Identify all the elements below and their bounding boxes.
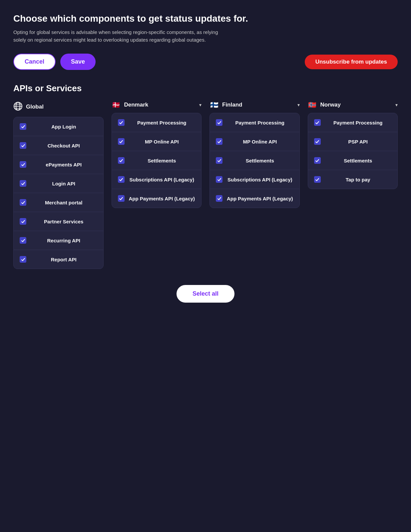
checkbox[interactable]: [216, 138, 222, 145]
item-label: Recurring API: [30, 238, 97, 243]
checkbox[interactable]: [118, 157, 125, 164]
flag-finland: 🇫🇮: [209, 102, 219, 108]
list-item[interactable]: App Payments API (Legacy): [210, 189, 299, 208]
column-label-norway: Norway: [320, 102, 341, 108]
list-item[interactable]: App Payments API (Legacy): [112, 189, 202, 208]
item-label: Payment Processing: [129, 120, 196, 126]
list-item[interactable]: MP Online API: [112, 132, 202, 151]
list-item[interactable]: Tap to pay: [308, 170, 398, 189]
list-item[interactable]: Recurring API: [14, 231, 103, 250]
list-item[interactable]: MP Online API: [210, 132, 299, 151]
list-item[interactable]: Payment Processing: [210, 113, 299, 132]
bottom-actions: Select all: [13, 285, 398, 303]
columns-grid: Global App Login Checkout API ePayments …: [13, 102, 398, 269]
chevron-down-icon: ▾: [199, 102, 202, 108]
list-item[interactable]: Report API: [14, 250, 103, 269]
chevron-down-icon: ▾: [395, 102, 398, 108]
checkbox[interactable]: [216, 119, 222, 126]
column-finland: 🇫🇮Finland▾ Payment Processing MP Online …: [209, 102, 300, 269]
list-item[interactable]: Payment Processing: [112, 113, 202, 132]
item-label: Payment Processing: [226, 120, 293, 126]
globe-icon: [13, 102, 23, 112]
item-label: App Login: [30, 124, 97, 130]
column-norway: 🇳🇴Norway▾ Payment Processing PSP API Set…: [308, 102, 398, 269]
item-label: Partner Services: [30, 219, 97, 224]
item-label: ePayments API: [30, 162, 97, 167]
checkbox[interactable]: [20, 161, 26, 168]
checkbox[interactable]: [20, 218, 26, 225]
checkbox[interactable]: [20, 142, 26, 149]
list-item[interactable]: Payment Processing: [308, 113, 398, 132]
checkbox[interactable]: [314, 138, 321, 145]
item-label: Tap to pay: [325, 177, 392, 182]
column-header-norway[interactable]: 🇳🇴Norway▾: [308, 102, 398, 108]
cancel-button[interactable]: Cancel: [13, 54, 56, 70]
items-list-finland: Payment Processing MP Online API Settlem…: [209, 113, 300, 208]
column-global: Global App Login Checkout API ePayments …: [13, 102, 104, 269]
item-label: Settlements: [129, 158, 196, 163]
checkbox[interactable]: [118, 195, 125, 202]
item-label: Settlements: [325, 158, 392, 163]
column-label-finland: Finland: [222, 102, 242, 108]
checkbox[interactable]: [216, 157, 222, 164]
list-item[interactable]: Subscriptions API (Legacy): [210, 170, 299, 189]
list-item[interactable]: Merchant portal: [14, 193, 103, 212]
list-item[interactable]: Settlements: [112, 151, 202, 170]
list-item[interactable]: PSP API: [308, 132, 398, 151]
flag-norway: 🇳🇴: [308, 102, 317, 108]
checkbox[interactable]: [118, 138, 125, 145]
chevron-down-icon: ▾: [297, 102, 300, 108]
checkbox[interactable]: [20, 123, 26, 130]
list-item[interactable]: Checkout API: [14, 136, 103, 155]
item-label: Subscriptions API (Legacy): [129, 177, 196, 182]
actions-left: Cancel Save: [13, 54, 96, 70]
column-header-global: Global: [13, 102, 104, 112]
item-label: MP Online API: [226, 139, 293, 144]
checkbox[interactable]: [20, 180, 26, 187]
unsubscribe-button[interactable]: Unsubscribe from updates: [305, 55, 398, 69]
column-label-denmark: Denmark: [124, 102, 149, 108]
item-label: Checkout API: [30, 143, 97, 148]
checkbox[interactable]: [118, 176, 125, 183]
items-list-norway: Payment Processing PSP API Settlements T…: [308, 113, 398, 189]
checkbox[interactable]: [20, 256, 26, 263]
checkbox[interactable]: [216, 195, 222, 202]
checkbox[interactable]: [20, 199, 26, 206]
checkbox[interactable]: [314, 119, 321, 126]
list-item[interactable]: ePayments API: [14, 155, 103, 174]
item-label: Payment Processing: [325, 120, 392, 126]
column-header-denmark[interactable]: 🇩🇰Denmark▾: [112, 102, 202, 108]
flag-denmark: 🇩🇰: [112, 102, 121, 108]
list-item[interactable]: Settlements: [210, 151, 299, 170]
item-label: Subscriptions API (Legacy): [226, 177, 293, 182]
list-item[interactable]: Subscriptions API (Legacy): [112, 170, 202, 189]
item-label: Settlements: [226, 158, 293, 163]
item-label: Login API: [30, 181, 97, 186]
item-label: PSP API: [325, 139, 392, 144]
section-title: APIs or Services: [13, 83, 398, 94]
column-label-global: Global: [26, 104, 44, 110]
page-description: Opting for global services is advisable …: [13, 29, 220, 44]
list-item[interactable]: Settlements: [308, 151, 398, 170]
list-item[interactable]: Login API: [14, 174, 103, 193]
select-all-button[interactable]: Select all: [177, 285, 234, 303]
item-label: MP Online API: [129, 139, 196, 144]
checkbox[interactable]: [216, 176, 222, 183]
items-list-global: App Login Checkout API ePayments API Log…: [13, 117, 104, 269]
column-header-finland[interactable]: 🇫🇮Finland▾: [209, 102, 300, 108]
checkbox[interactable]: [314, 176, 321, 183]
item-label: Merchant portal: [30, 200, 97, 205]
checkbox[interactable]: [314, 157, 321, 164]
checkbox[interactable]: [118, 119, 125, 126]
list-item[interactable]: Partner Services: [14, 212, 103, 231]
save-button[interactable]: Save: [60, 54, 96, 70]
item-label: App Payments API (Legacy): [226, 196, 293, 201]
list-item[interactable]: App Login: [14, 117, 103, 136]
item-label: Report API: [30, 257, 97, 262]
items-list-denmark: Payment Processing MP Online API Settlem…: [112, 113, 202, 208]
page-title: Choose which components to get status up…: [13, 13, 398, 24]
actions-row: Cancel Save Unsubscribe from updates: [13, 54, 398, 70]
item-label: App Payments API (Legacy): [129, 196, 196, 201]
column-denmark: 🇩🇰Denmark▾ Payment Processing MP Online …: [112, 102, 202, 269]
checkbox[interactable]: [20, 237, 26, 244]
